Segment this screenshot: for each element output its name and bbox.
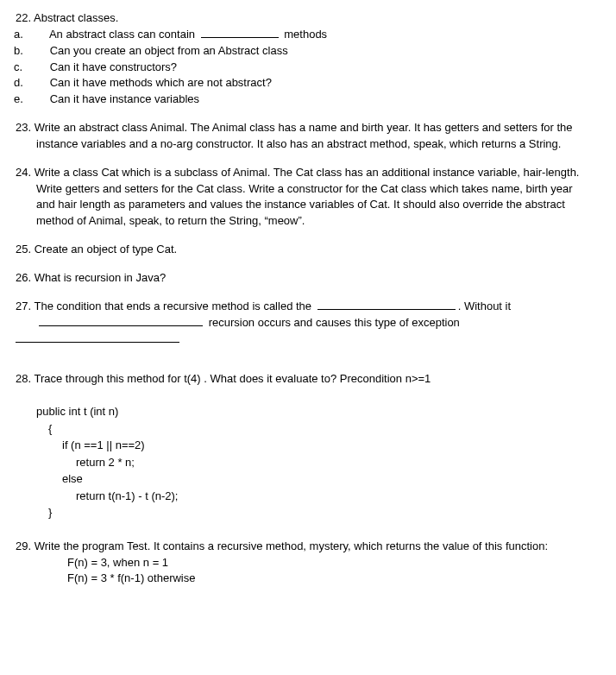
blank-field — [16, 331, 179, 343]
q22-c-label: c. — [33, 60, 47, 76]
q29-text: Write the program Test. It contains a re… — [35, 539, 548, 552]
q25-number: 25. — [16, 243, 31, 255]
q22-title: Abstract classes. — [34, 11, 118, 24]
q22-a-post: methods — [284, 28, 327, 41]
code-line: { — [48, 420, 592, 438]
question-28: 28. Trace through this method for t(4) .… — [16, 371, 592, 520]
code-line: return 2 * n; — [76, 454, 592, 471]
question-29: 29. Write the program Test. It contains … — [16, 539, 592, 588]
question-23: 23. Write an abstract class Animal. The … — [16, 120, 592, 153]
q24-number: 24. — [16, 166, 31, 179]
q22-d-text: Can it have methods which are not abstra… — [50, 76, 272, 89]
q27-number: 27. — [16, 300, 31, 312]
question-26: 26. What is recursion in Java? — [16, 270, 592, 287]
q22-a: a. An abstract class can contain methods — [52, 27, 592, 43]
q27-pre: The condition that ends a recursive meth… — [34, 300, 311, 312]
q24-text: Write a class Cat which is a subclass of… — [35, 166, 580, 228]
question-24: 24. Write a class Cat which is a subclas… — [16, 165, 592, 230]
question-25: 25. Create an object of type Cat. — [16, 242, 592, 258]
q23-text: Write an abstract class Animal. The Anim… — [35, 121, 573, 150]
q29-f2: F(n) = 3 * f(n-1) otherwise — [67, 571, 592, 587]
q25-text: Create an object of type Cat. — [35, 243, 177, 255]
q26-text: What is recursion in Java? — [35, 271, 166, 284]
q22-e: e. Can it have instance variables — [52, 91, 592, 108]
q22-a-label: a. — [33, 27, 47, 43]
q23-number: 23. — [16, 121, 31, 134]
q22-number: 22. — [16, 11, 31, 24]
q22-e-text: Can it have instance variables — [50, 92, 199, 105]
q22-b-text: Can you create an object from an Abstrac… — [50, 44, 288, 57]
q27-mid: . Without it — [458, 300, 511, 312]
q27-post: recursion occurs and causes this type of… — [209, 316, 460, 329]
q22-e-label: e. — [33, 91, 47, 108]
q28-number: 28. — [16, 372, 31, 385]
blank-field — [201, 27, 279, 38]
q29-number: 29. — [16, 539, 31, 552]
q22-b-label: b. — [33, 43, 47, 60]
code-line: if (n ==1 || n==2) — [62, 437, 592, 454]
code-line: public int t (int n) — [36, 403, 592, 420]
code-block: public int t (int n) { if (n ==1 || n==2… — [36, 403, 592, 521]
code-line: } — [48, 504, 592, 521]
q22-c-text: Can it have constructors? — [50, 60, 177, 73]
question-27: 27. The condition that ends a recursive … — [16, 299, 592, 348]
blank-field — [317, 299, 456, 310]
blank-field — [39, 315, 203, 326]
q22-c: c. Can it have constructors? — [52, 60, 592, 76]
q29-f1: F(n) = 3, when n = 1 — [67, 555, 592, 571]
q22-d: d. Can it have methods which are not abs… — [52, 75, 592, 91]
q22-b: b. Can you create an object from an Abst… — [52, 43, 592, 60]
q26-number: 26. — [16, 271, 31, 284]
code-line: return t(n-1) - t (n-2); — [76, 488, 592, 505]
q28-text: Trace through this method for t(4) . Wha… — [34, 372, 431, 385]
code-line: else — [62, 470, 592, 488]
question-22: 22. Abstract classes. a. An abstract cla… — [16, 10, 592, 108]
q22-a-pre: An abstract class can contain — [49, 28, 195, 41]
q22-d-label: d. — [33, 75, 47, 91]
